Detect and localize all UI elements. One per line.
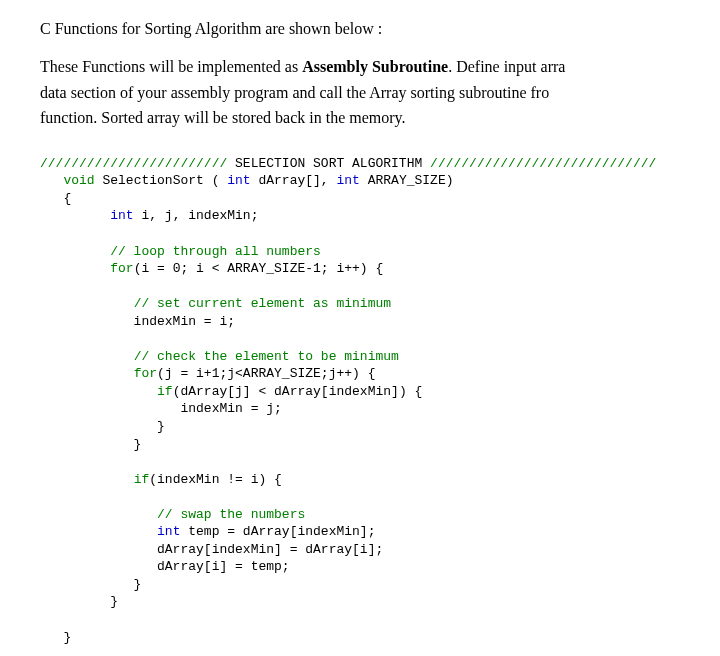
- code-title: SELECTION SORT ALGORITHM: [227, 156, 430, 171]
- code-indent: [40, 208, 110, 223]
- para-line-2: data section of your assembly program an…: [40, 84, 549, 101]
- code-temp-decl: temp = dArray[indexMin];: [180, 524, 375, 539]
- code-separator-right: /////////////////////////////: [430, 156, 656, 171]
- code-keyword-for: for: [134, 366, 157, 381]
- code-line: }: [40, 419, 165, 434]
- code-keyword-if: if: [134, 472, 150, 487]
- code-comment: // swap the numbers: [157, 507, 305, 522]
- code-line: indexMin = i;: [40, 314, 235, 329]
- para-line-3: function. Sorted array will be stored ba…: [40, 109, 406, 126]
- code-comment: // set current element as minimum: [134, 296, 391, 311]
- code-line: }: [40, 577, 141, 592]
- code-func-name: SelectionSort (: [95, 173, 228, 188]
- code-line: dArray[i] = temp;: [40, 559, 290, 574]
- code-line: {: [40, 191, 71, 206]
- code-type-int: int: [157, 524, 180, 539]
- code-for-cond: (j = i+1;j<ARRAY_SIZE;j++) {: [157, 366, 375, 381]
- code-indent: [40, 524, 157, 539]
- code-indent: [40, 244, 110, 259]
- section-heading: C Functions for Sorting Algorithm are sh…: [40, 20, 720, 38]
- code-keyword-for: for: [110, 261, 133, 276]
- code-if-cond: (indexMin != i) {: [149, 472, 282, 487]
- para-text-1: These Functions will be implemented as: [40, 58, 302, 75]
- code-block: //////////////////////// SELECTION SORT …: [40, 155, 720, 646]
- code-line: }: [40, 437, 141, 452]
- code-line: }: [40, 594, 118, 609]
- instruction-paragraph: These Functions will be implemented as A…: [40, 54, 720, 131]
- code-separator-left: ////////////////////////: [40, 156, 227, 171]
- code-if-cond: (dArray[j] < dArray[indexMin]) {: [173, 384, 423, 399]
- code-line: dArray[indexMin] = dArray[i];: [40, 542, 383, 557]
- code-param-2: ARRAY_SIZE): [360, 173, 454, 188]
- code-comment: // loop through all numbers: [110, 244, 321, 259]
- code-type-int: int: [336, 173, 359, 188]
- para-bold: Assembly Subroutine: [302, 58, 448, 75]
- code-indent: [40, 366, 134, 381]
- code-type-int: int: [110, 208, 133, 223]
- para-text-2: . Define input arra: [448, 58, 565, 75]
- code-line: indexMin = j;: [40, 401, 282, 416]
- code-indent: [40, 261, 110, 276]
- code-keyword-void: void: [63, 173, 94, 188]
- code-indent: [40, 472, 134, 487]
- code-indent: [40, 507, 157, 522]
- code-indent: [40, 384, 157, 399]
- code-keyword-if: if: [157, 384, 173, 399]
- code-indent: [40, 173, 63, 188]
- code-comment: // check the element to be minimum: [134, 349, 399, 364]
- code-for-cond: (i = 0; i < ARRAY_SIZE-1; i++) {: [134, 261, 384, 276]
- code-indent: [40, 349, 134, 364]
- code-line: }: [40, 630, 71, 645]
- code-type-int: int: [227, 173, 250, 188]
- code-vars: i, j, indexMin;: [134, 208, 259, 223]
- code-param-1: dArray[],: [251, 173, 337, 188]
- code-indent: [40, 296, 134, 311]
